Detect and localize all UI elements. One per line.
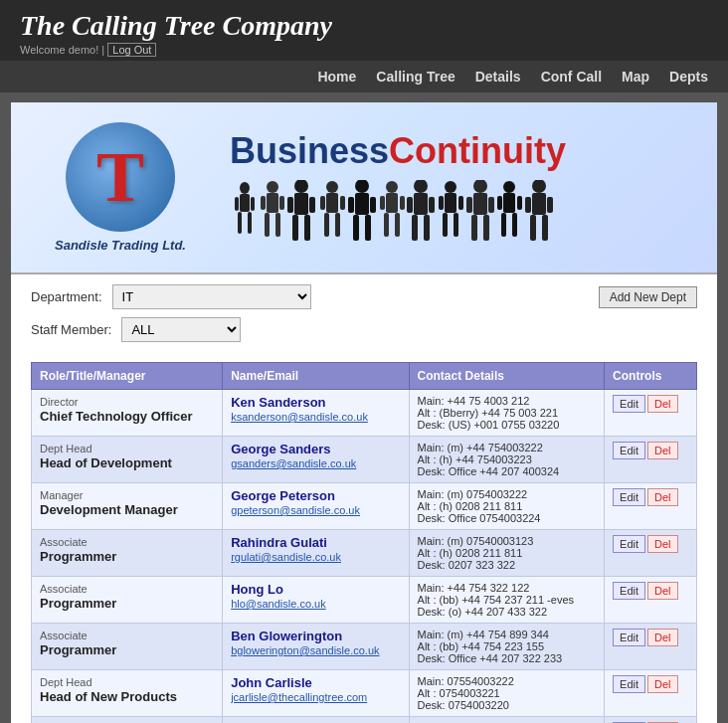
edit-button[interactable]: Edit: [613, 675, 645, 693]
edit-button[interactable]: Edit: [613, 395, 645, 413]
svg-rect-3: [248, 212, 252, 234]
svg-point-54: [503, 181, 515, 193]
welcome-text: Welcome demo!: [20, 44, 98, 56]
svg-rect-9: [275, 213, 280, 237]
controls-area: Department: IT Add New Dept Staff Member…: [11, 274, 717, 362]
del-button[interactable]: Del: [647, 442, 678, 459]
role-main: Programmer: [40, 642, 116, 657]
svg-rect-59: [517, 196, 522, 210]
svg-rect-1: [240, 194, 250, 212]
table-body: DirectorChief Technology OfficerKen Sand…: [32, 390, 697, 724]
svg-rect-64: [525, 197, 531, 213]
cell-role: Dept HeadHead of Development: [32, 437, 223, 483]
logout-link[interactable]: Log Out: [107, 43, 156, 57]
contact-line: Desk: 0754003220: [418, 699, 597, 711]
edit-button[interactable]: Edit: [613, 488, 645, 506]
silhouettes: [230, 180, 568, 245]
table-header: Role/Title/Manager Name/Email Contact De…: [32, 363, 697, 390]
svg-rect-35: [400, 196, 405, 210]
edit-button[interactable]: Edit: [613, 442, 645, 459]
role-main: Head of Development: [40, 455, 172, 470]
contact-line: Main: (m) 0754003222: [418, 488, 597, 500]
cell-name: Royston Clydesiderclydeside@sandisle.co.…: [223, 717, 409, 724]
cell-contact: Main: +44 754 899 123Alt : (b) +44 734 1…: [409, 717, 605, 724]
edit-button[interactable]: Edit: [613, 582, 645, 600]
add-dept-button[interactable]: Add New Dept: [599, 286, 697, 308]
role-main: Programmer: [40, 596, 116, 611]
banner-continuity: Continuity: [389, 130, 566, 172]
cell-controls: EditDel: [605, 437, 697, 483]
nav-home[interactable]: Home: [317, 69, 356, 85]
svg-rect-8: [265, 213, 270, 237]
role-main: Programmer: [40, 549, 116, 564]
person-name: Ben Glowerington: [231, 629, 342, 643]
nav-calling-tree[interactable]: Calling Tree: [376, 69, 455, 85]
contact-line: Desk: 0207 323 322: [418, 559, 597, 571]
svg-point-60: [532, 180, 546, 193]
svg-rect-10: [261, 196, 266, 210]
del-button[interactable]: Del: [647, 488, 678, 506]
cell-contact: Main: 07554003222Alt : 0754003221Desk: 0…: [409, 670, 605, 717]
role-sub: Associate: [40, 630, 88, 641]
cell-controls: EditDel: [605, 670, 697, 717]
cell-contact: Main: (m) 07540003123Alt : (h) 0208 211 …: [409, 530, 605, 577]
del-button[interactable]: Del: [647, 675, 678, 693]
svg-rect-47: [458, 196, 463, 210]
svg-rect-63: [542, 215, 548, 241]
person-name: George Sanders: [231, 442, 330, 456]
silhouettes-svg: [230, 180, 568, 245]
del-button[interactable]: Del: [647, 629, 678, 646]
staff-select[interactable]: ALL: [121, 317, 241, 342]
svg-rect-27: [365, 215, 371, 241]
cell-name: George Petersongpeterson@sandisle.co.uk: [223, 483, 409, 530]
nav-conf-call[interactable]: Conf Call: [541, 69, 602, 85]
edit-button[interactable]: Edit: [613, 629, 645, 646]
staff-table: Role/Title/Manager Name/Email Contact De…: [31, 362, 697, 723]
svg-rect-39: [424, 215, 430, 241]
nav-bar: Home Calling Tree Details Conf Call Map …: [0, 61, 728, 92]
svg-rect-56: [501, 213, 506, 237]
contact-line: Main: 07554003222: [418, 675, 597, 687]
cell-name: George Sandersgsanders@sandisle.co.uk: [223, 437, 409, 483]
nav-map[interactable]: Map: [622, 69, 649, 85]
role-sub: Associate: [40, 536, 88, 548]
svg-rect-20: [324, 213, 329, 237]
del-button[interactable]: Del: [647, 395, 678, 413]
svg-rect-23: [340, 196, 345, 210]
cell-controls: EditDel: [605, 577, 697, 624]
department-select[interactable]: IT: [112, 284, 311, 309]
person-email: bglowerington@sandisle.co.uk: [231, 644, 379, 656]
svg-rect-50: [471, 215, 477, 241]
svg-rect-31: [386, 193, 398, 213]
edit-button[interactable]: Edit: [613, 535, 645, 553]
cell-contact: Main: (m) +44 754 899 344Alt : (bb) +44 …: [409, 624, 605, 670]
del-button[interactable]: Del: [647, 582, 678, 600]
svg-rect-25: [355, 193, 369, 215]
contact-line: Alt : (bb) +44 754 223 155: [418, 640, 597, 652]
svg-rect-22: [320, 196, 325, 210]
contact-line: Alt : (h) 0208 211 811: [418, 500, 597, 512]
nav-depts[interactable]: Depts: [669, 69, 708, 85]
svg-rect-34: [380, 196, 385, 210]
contact-line: Alt : 0754003221: [418, 687, 597, 699]
svg-point-30: [386, 181, 398, 193]
svg-rect-33: [395, 213, 400, 237]
svg-rect-57: [512, 213, 517, 237]
svg-rect-4: [235, 197, 239, 211]
table-row: AssociateProgrammerRahindra Gulatirgulat…: [32, 530, 697, 577]
svg-rect-28: [348, 197, 354, 213]
nav-details[interactable]: Details: [475, 69, 521, 85]
role-sub: Associate: [40, 583, 88, 595]
svg-rect-51: [483, 215, 489, 241]
cell-name: Hong Lohlo@sandisle.co.uk: [223, 577, 409, 624]
svg-rect-14: [292, 215, 298, 241]
logo-t-letter: T: [96, 141, 144, 213]
svg-rect-21: [335, 213, 340, 237]
del-button[interactable]: Del: [647, 535, 678, 553]
contact-line: Main: (m) 07540003123: [418, 535, 597, 547]
cell-controls: EditDel: [605, 717, 697, 724]
svg-rect-11: [279, 196, 284, 210]
svg-rect-49: [473, 193, 487, 215]
table-row: Dept HeadHead of DevelopmentGeorge Sande…: [32, 437, 697, 483]
svg-rect-7: [267, 193, 278, 213]
